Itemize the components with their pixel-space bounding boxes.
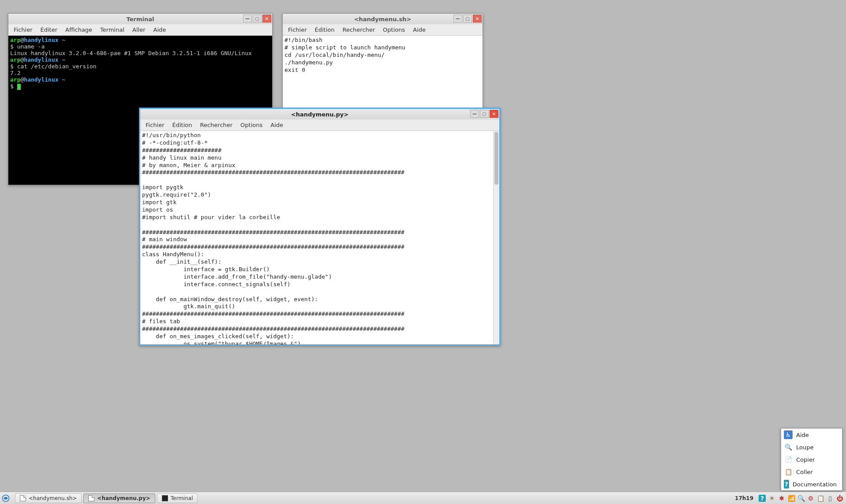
editor-py-title: <handymenu.py>	[291, 111, 348, 118]
minimize-button[interactable]: —	[243, 15, 252, 22]
prompt-dollar: $	[10, 63, 17, 70]
taskbar: <handymenu.sh> <handymenu.py> Terminal 1…	[0, 492, 846, 504]
menu-item-label: Copier	[796, 456, 815, 463]
menu-item-documentation[interactable]: ? Documentation	[781, 478, 842, 490]
taskbar-item-label: <handymenu.sh>	[29, 495, 77, 501]
brightness-icon[interactable]: ☀	[768, 495, 775, 502]
out-uname: Linux handylinux 3.2.0-4-686-pae #1 SMP …	[10, 50, 252, 56]
context-menu[interactable]: ♿ Aide 🔍 Loupe 📄 Copier 📋 Coller ? Docum…	[781, 428, 842, 491]
magnifier-icon: 🔍	[784, 443, 793, 452]
menu-aide[interactable]: Aide	[150, 26, 170, 34]
prompt-host: handylinux	[24, 37, 58, 43]
menu-affichage[interactable]: Affichage	[62, 26, 96, 34]
prompt-dollar: $	[10, 43, 17, 50]
menu-fichier[interactable]: Fichier	[10, 26, 36, 34]
minimize-button[interactable]: —	[453, 15, 462, 22]
menu-item-label: Documentation	[793, 481, 837, 488]
paste-icon: 📋	[784, 467, 793, 476]
cursor-icon	[17, 84, 21, 90]
menu-edition[interactable]: Édition	[311, 26, 338, 34]
clock[interactable]: 17h19	[735, 495, 753, 501]
terminal-title: Terminal	[127, 16, 154, 22]
menu-aide[interactable]: Aide	[267, 121, 287, 129]
cmd-uname: uname -a	[17, 43, 45, 50]
gear-icon[interactable]: ⚙	[807, 495, 814, 502]
gear-red-icon[interactable]: ✱	[778, 495, 785, 502]
system-tray: 17h19 ? ☀ ✱ 📶 🔍 ⚙ 📋 ▯ ⏻	[735, 495, 846, 502]
menu-editer[interactable]: Éditer	[37, 26, 61, 34]
menu-rechercher[interactable]: Rechercher	[196, 121, 236, 129]
prompt-tilde: ~	[62, 76, 65, 83]
maximize-button[interactable]: ▢	[253, 15, 262, 22]
editor-sh-title: <handymenu.sh>	[354, 16, 412, 22]
prompt-host: handylinux	[24, 76, 58, 83]
close-button[interactable]: ✕	[262, 15, 271, 22]
menu-terminal[interactable]: Terminal	[97, 26, 128, 34]
close-button[interactable]: ✕	[490, 110, 498, 118]
network-icon[interactable]: 📶	[788, 495, 795, 502]
copy-icon: 📄	[784, 455, 793, 464]
start-menu-button[interactable]	[0, 493, 11, 504]
help-icon: ?	[784, 480, 789, 489]
menu-item-loupe[interactable]: 🔍 Loupe	[781, 441, 842, 453]
menu-rechercher[interactable]: Rechercher	[339, 26, 378, 34]
maximize-button[interactable]: ▢	[480, 110, 489, 118]
editor-py-menubar: Fichier Édition Rechercher Options Aide	[140, 119, 499, 131]
menu-aide[interactable]: Aide	[409, 26, 429, 34]
out-debver: 7.2	[10, 70, 20, 76]
prompt-user: arp	[10, 56, 20, 63]
editor-sh-menubar: Fichier Édition Rechercher Options Aide	[283, 24, 483, 36]
menu-item-label: Aide	[796, 432, 809, 438]
scrollbar-thumb[interactable]	[494, 132, 498, 185]
prompt-tilde: ~	[62, 37, 65, 43]
battery-icon[interactable]: ▯	[827, 495, 834, 502]
terminal-icon	[162, 495, 168, 501]
clipboard-tray-icon[interactable]: 📋	[817, 495, 824, 502]
py-code: #!/usr/bin/python # -*-coding:utf-8-* ##…	[140, 131, 499, 344]
menu-item-aide[interactable]: ♿ Aide	[781, 429, 842, 441]
help-tray-icon[interactable]: ?	[759, 495, 766, 502]
taskbar-item-terminal[interactable]: Terminal	[157, 493, 198, 503]
prompt-user: arp	[10, 76, 20, 83]
prompt-dollar: $	[10, 83, 17, 90]
terminal-titlebar[interactable]: Terminal — ▢ ✕	[8, 14, 272, 24]
document-icon	[20, 495, 26, 501]
editor-py-window[interactable]: <handymenu.py> — ▢ ✕ Fichier Édition Rec…	[139, 108, 501, 346]
editor-sh-titlebar[interactable]: <handymenu.sh> — ▢ ✕	[283, 14, 483, 24]
menu-item-label: Coller	[796, 469, 813, 475]
document-icon	[88, 495, 94, 501]
menu-item-coller[interactable]: 📋 Coller	[781, 466, 842, 478]
menu-item-label: Loupe	[796, 444, 813, 451]
prompt-host: handylinux	[24, 56, 58, 63]
power-icon[interactable]: ⏻	[836, 495, 843, 502]
prompt-tilde: ~	[62, 56, 65, 63]
menu-aller[interactable]: Aller	[129, 26, 149, 34]
sh-code: #!/bin/bash # simple script to launch ha…	[283, 36, 483, 75]
terminal-menubar: Fichier Éditer Affichage Terminal Aller …	[8, 24, 272, 36]
accessibility-icon: ♿	[784, 430, 793, 439]
taskbar-item-handymenu-py[interactable]: <handymenu.py>	[83, 493, 155, 503]
menu-item-copier[interactable]: 📄 Copier	[781, 453, 842, 466]
taskbar-item-label: <handymenu.py>	[97, 495, 150, 501]
taskbar-item-label: Terminal	[171, 495, 193, 501]
menu-options[interactable]: Options	[237, 121, 266, 129]
menu-options[interactable]: Options	[379, 26, 408, 34]
maximize-button[interactable]: ▢	[463, 15, 472, 22]
close-button[interactable]: ✕	[473, 15, 482, 22]
editor-py-content[interactable]: #!/usr/bin/python # -*-coding:utf-8-* ##…	[140, 131, 499, 344]
menu-fichier[interactable]: Fichier	[284, 26, 311, 34]
menu-edition[interactable]: Édition	[169, 121, 196, 129]
editor-py-titlebar[interactable]: <handymenu.py> — ▢ ✕	[140, 109, 499, 119]
taskbar-item-handymenu-sh[interactable]: <handymenu.sh>	[15, 493, 82, 503]
minimize-button[interactable]: —	[470, 110, 479, 118]
menu-fichier[interactable]: Fichier	[142, 121, 168, 129]
cmd-cat: cat /etc/debian_version	[17, 63, 97, 70]
prompt-user: arp	[10, 37, 20, 43]
scrollbar-vertical[interactable]	[493, 131, 499, 344]
search-icon[interactable]: 🔍	[797, 495, 805, 502]
xfce-logo-icon	[1, 494, 10, 503]
